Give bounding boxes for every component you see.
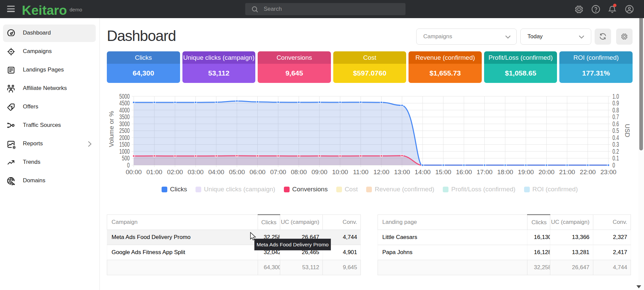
svg-text:3000: 3000 <box>119 120 130 128</box>
svg-text:01:00: 01:00 <box>146 168 163 176</box>
svg-text:18:00: 18:00 <box>497 168 513 176</box>
svg-text:03:00: 03:00 <box>188 168 204 176</box>
svg-text:19:00: 19:00 <box>518 168 534 176</box>
svg-text:09:00: 09:00 <box>311 168 328 176</box>
svg-text:16:00: 16:00 <box>456 168 472 176</box>
svg-text:0.7: 0.7 <box>612 113 619 120</box>
svg-text:1.0: 1.0 <box>612 93 619 100</box>
svg-text:3500: 3500 <box>119 113 130 120</box>
svg-text:10:00: 10:00 <box>332 168 348 176</box>
svg-text:0.8: 0.8 <box>612 106 619 114</box>
svg-text:0.5: 0.5 <box>612 127 619 134</box>
svg-text:2500: 2500 <box>119 127 130 134</box>
svg-text:0.9: 0.9 <box>612 99 619 107</box>
svg-text:05:00: 05:00 <box>229 168 245 176</box>
svg-text:02:00: 02:00 <box>167 168 183 176</box>
svg-text:23:00: 23:00 <box>600 168 616 176</box>
svg-text:07:00: 07:00 <box>270 168 286 176</box>
svg-text:4500: 4500 <box>119 99 130 107</box>
svg-text:0.3: 0.3 <box>612 141 619 148</box>
svg-text:00:00: 00:00 <box>126 168 142 176</box>
svg-text:06:00: 06:00 <box>250 168 266 176</box>
svg-text:22:00: 22:00 <box>580 168 596 176</box>
svg-text:0.4: 0.4 <box>612 134 619 141</box>
svg-text:08:00: 08:00 <box>291 168 307 176</box>
svg-text:0.1: 0.1 <box>612 154 619 162</box>
svg-text:2000: 2000 <box>119 134 130 141</box>
svg-text:1500: 1500 <box>119 141 130 148</box>
svg-text:17:00: 17:00 <box>477 168 493 176</box>
svg-text:Volume or %: Volume or % <box>108 111 115 147</box>
svg-text:21:00: 21:00 <box>559 168 575 176</box>
svg-text:11:00: 11:00 <box>353 168 369 176</box>
svg-text:15:00: 15:00 <box>435 168 452 176</box>
svg-text:0.2: 0.2 <box>612 148 619 155</box>
svg-text:0: 0 <box>127 161 130 169</box>
svg-text:5000: 5000 <box>119 93 130 100</box>
svg-text:14:00: 14:00 <box>415 168 431 176</box>
svg-text:USD: USD <box>624 124 631 137</box>
svg-text:4000: 4000 <box>119 106 130 114</box>
svg-text:13:00: 13:00 <box>394 168 410 176</box>
svg-text:12:00: 12:00 <box>373 168 389 176</box>
svg-text:20:00: 20:00 <box>539 168 555 176</box>
svg-text:0.6: 0.6 <box>612 120 619 128</box>
svg-text:500: 500 <box>122 154 130 162</box>
svg-text:0: 0 <box>612 161 615 169</box>
svg-text:04:00: 04:00 <box>208 168 224 176</box>
svg-text:1000: 1000 <box>119 148 130 155</box>
